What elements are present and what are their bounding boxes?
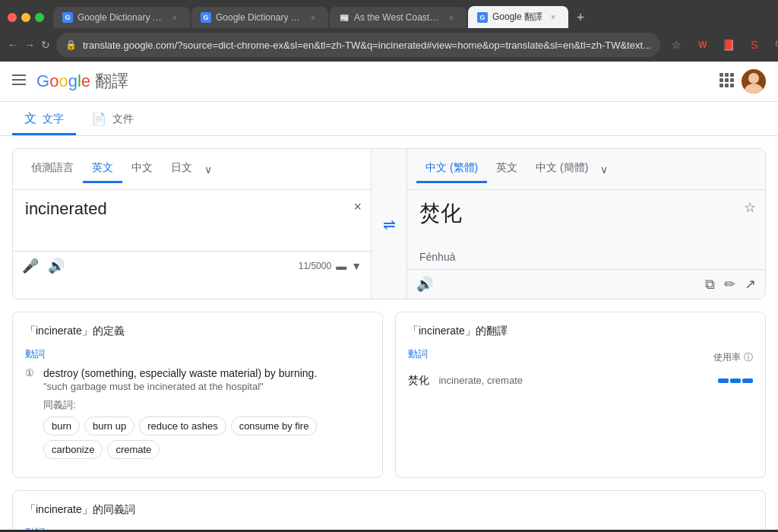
clear-input-button[interactable]: × <box>353 199 362 215</box>
tab-close-2[interactable]: × <box>307 11 319 24</box>
lang-zh-cn[interactable]: 中文 (簡體) <box>527 155 597 183</box>
new-tab-button[interactable]: + <box>570 7 591 28</box>
browser-tab-1[interactable]: G Google Dictionary (by Google)... × <box>53 7 190 28</box>
mode-tabs: 文 文字 📄 文件 <box>0 102 778 136</box>
svg-point-15 <box>745 84 763 93</box>
copy-icon[interactable]: ⧉ <box>705 277 715 293</box>
lock-icon: 🔒 <box>65 40 77 50</box>
svg-rect-5 <box>719 73 723 77</box>
speaker-icon[interactable]: 🔊 <box>48 258 65 274</box>
google-header: Google 翻譯 <box>0 62 778 102</box>
tag-carbonize[interactable]: carbonize <box>43 440 103 459</box>
lang-detect[interactable]: 偵測語言 <box>22 155 83 183</box>
synonyms-label: 同義詞: <box>43 398 370 412</box>
address-bar-row: ← → ↻ 🔒 translate.google.com/?source=dic… <box>0 28 778 62</box>
tab-close-4[interactable]: × <box>547 11 559 24</box>
translate-box: 偵測語言 英文 中文 日文 ∨ incinerated × 🎤 🔊 <box>12 148 766 299</box>
target-lang-more[interactable]: ∨ <box>597 157 611 182</box>
tab-close-3[interactable]: × <box>445 11 457 24</box>
browser-tab-3[interactable]: 📰 As the West Coast Burns, Com... × <box>330 7 466 28</box>
svg-rect-10 <box>730 78 734 82</box>
toolbar-icons: ☆ W 📕 S 🛡 ★ 🧩 ⋮ <box>666 34 778 55</box>
translation-pos: 動詞 <box>408 347 428 361</box>
tab-doc-label: 文件 <box>112 112 134 126</box>
hamburger-menu-icon[interactable] <box>12 73 26 90</box>
svg-point-14 <box>748 73 759 84</box>
bookmark-icon[interactable]: ☆ <box>666 34 688 55</box>
svg-rect-11 <box>719 84 723 87</box>
tag-reduce-to-ashes-def[interactable]: reduce to ashes <box>139 416 226 435</box>
address-bar[interactable]: 🔒 translate.google.com/?source=dict-chro… <box>56 33 660 57</box>
browser-tab-4[interactable]: G Google 翻譯 × <box>468 6 568 28</box>
google-apps-icon[interactable] <box>719 72 734 91</box>
edit-icon[interactable]: ✏ <box>724 276 735 293</box>
tag-consume-by-fire[interactable]: consume by fire <box>231 416 318 435</box>
tab-label-1: Google Dictionary (by Google)... <box>77 12 164 23</box>
tab-close-1[interactable]: × <box>169 11 181 24</box>
synonyms-pos: 動詞 <box>25 526 753 530</box>
svg-rect-6 <box>725 73 729 77</box>
definition-pos: 動詞 <box>25 347 370 361</box>
svg-rect-13 <box>730 84 734 87</box>
source-footer-left: 🎤 🔊 <box>22 258 65 274</box>
tag-burn[interactable]: burn <box>43 416 80 435</box>
reload-button[interactable]: ↻ <box>41 34 50 55</box>
page-content: Google 翻譯 文 文字 📄 文件 偵測語言 <box>0 62 778 530</box>
maximize-button[interactable] <box>35 13 44 22</box>
tab-favicon-2: G <box>201 12 211 23</box>
target-speaker-icon[interactable]: 🔊 <box>416 276 433 293</box>
source-lang-more[interactable]: ∨ <box>201 157 215 182</box>
favorite-icon[interactable]: ☆ <box>744 199 756 216</box>
back-button[interactable]: ← <box>8 34 18 55</box>
synonyms-section: 「incinerate」的同義詞 動詞 burn burn up reduce … <box>12 490 766 530</box>
source-input[interactable]: incinerated <box>25 199 359 239</box>
translate-area: 偵測語言 英文 中文 日文 ∨ incinerated × 🎤 🔊 <box>0 136 778 530</box>
lang-zh-tw[interactable]: 中文 (繁體) <box>416 155 487 183</box>
def-example: "such garbage must be incinerated at the… <box>43 381 370 392</box>
definition-title: 「incinerate」的定義 <box>25 325 370 338</box>
lang-chinese[interactable]: 中文 <box>122 155 162 183</box>
svg-rect-4 <box>12 84 26 85</box>
def-number: ① <box>25 367 37 459</box>
char-count: 11/5000 <box>299 261 331 271</box>
source-panel: 偵測語言 英文 中文 日文 ∨ incinerated × 🎤 🔊 <box>13 149 371 299</box>
minimize-button[interactable] <box>21 13 30 22</box>
extension-icon-2[interactable]: 📕 <box>718 34 739 55</box>
translation-en: incinerate, cremate <box>438 375 523 386</box>
synonyms-tags: burn burn up reduce to ashes consume by … <box>43 416 370 459</box>
lang-english[interactable]: 英文 <box>83 155 122 183</box>
tag-burn-up[interactable]: burn up <box>84 416 134 435</box>
def-content: destroy (something, especially waste mat… <box>43 367 370 459</box>
header-right <box>719 69 766 93</box>
more-options-icon[interactable]: ▼ <box>351 260 362 272</box>
lang-en[interactable]: 英文 <box>487 155 527 183</box>
swap-button[interactable]: ⇌ <box>371 149 407 299</box>
lang-japanese[interactable]: 日文 <box>162 155 201 183</box>
user-avatar[interactable] <box>742 69 766 93</box>
transliteration: Fénhuà <box>407 251 765 269</box>
target-output-area: 焚化 ☆ <box>407 190 765 251</box>
tab-favicon-4: G <box>477 12 488 23</box>
forward-button[interactable]: → <box>24 34 35 55</box>
share-icon[interactable]: ↗ <box>745 276 756 293</box>
usage-label: 使用率 <box>713 351 741 364</box>
close-button[interactable] <box>8 13 17 22</box>
tab-document[interactable]: 📄 文件 <box>79 105 146 135</box>
browser-tab-2[interactable]: G Google Dictionary Extension C... × <box>191 7 328 28</box>
tab-text[interactable]: 文 文字 <box>12 105 76 135</box>
format-icon[interactable]: ▬ <box>336 260 346 272</box>
mic-icon[interactable]: 🎤 <box>22 258 39 274</box>
svg-rect-12 <box>725 84 729 87</box>
extension-icon-4[interactable]: 🛡 <box>770 34 778 55</box>
browser-chrome: G Google Dictionary (by Google)... × G G… <box>0 0 778 62</box>
definition-section: 「incinerate」的定義 動詞 ① destroy (something,… <box>12 312 383 478</box>
extension-icon-1[interactable]: W <box>692 34 713 55</box>
translation-title: 「incinerate」的翻譯 <box>408 325 753 338</box>
extension-icon-3[interactable]: S <box>744 34 765 55</box>
tag-cremate[interactable]: cremate <box>107 440 160 459</box>
translation-section: 「incinerate」的翻譯 動詞 使用率 ⓘ 焚化 incinerate, … <box>395 312 766 478</box>
tab-label-4: Google 翻譯 <box>492 11 542 24</box>
svg-rect-3 <box>12 79 26 81</box>
svg-rect-8 <box>719 78 723 82</box>
freq-bar-1 <box>718 378 729 383</box>
